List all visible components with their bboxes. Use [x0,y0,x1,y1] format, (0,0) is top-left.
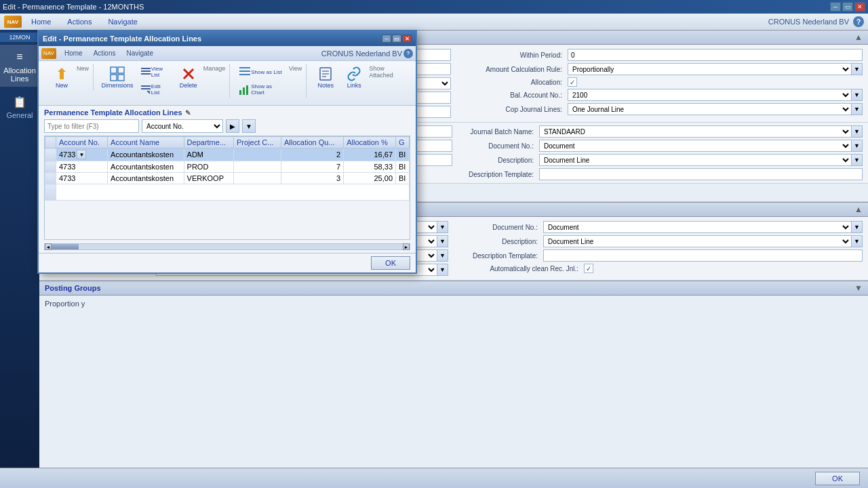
th-account-name[interactable]: Account Name [108,137,184,148]
doc-no-dropdown-btn[interactable]: ▼ [852,140,863,152]
show-as-chart-toolbar-btn[interactable]: Show as Chart [235,81,288,98]
outer-minimize-btn[interactable]: ─ [830,2,841,12]
journal-batch-dropdown-btn[interactable]: ▼ [852,125,863,138]
dialog-close-btn[interactable]: ✕ [402,35,412,43]
outer-close-btn[interactable]: ✕ [854,2,865,12]
table-row[interactable]: 4733 ▼ Accountantskosten ADM 2 16,67 BI [45,148,410,161]
th-account-no[interactable]: Account No. [56,137,108,148]
th-project-c[interactable]: Project C... [233,137,281,148]
delete-icon [180,66,197,82]
outer-nav: NAV Home Actions Navigate CRONUS Nederla… [0,14,868,31]
rec-desc-template-input[interactable] [543,249,863,262]
dimensions-toolbar-btn[interactable]: Dimensions [99,64,136,98]
bal-account-dropdown-btn[interactable]: ▼ [852,89,863,101]
links-toolbar-btn[interactable]: Links [340,64,368,91]
svg-rect-4 [111,75,117,81]
allocation-pct-cell-2: 25,00 [344,173,396,184]
outer-tab-navigate[interactable]: Navigate [101,16,144,28]
rec-desc-select[interactable]: Document Line [543,235,852,247]
outer-restore-btn[interactable]: ▭ [842,2,853,12]
scrollbar-left-btn[interactable]: ◄ [45,243,52,250]
rec-doc-no-dropdown-btn[interactable]: ▼ [852,221,863,233]
scrollbar-thumb[interactable] [52,244,79,249]
amount-calc-dropdown-btn[interactable]: ▼ [852,63,863,75]
dialog-title-controls: ─ ▭ ✕ [382,35,412,43]
dialog-tab-navigate[interactable]: Navigate [121,48,158,58]
rec-journal-batch-dropdown-btn[interactable]: ▼ [437,264,448,276]
dialog-minimize-btn[interactable]: ─ [382,35,391,43]
account-no-dropdown-btn[interactable]: ▼ [77,150,86,159]
dialog-nav-right: CRONUS Nederland BV ? [321,49,413,58]
cop-journal-dropdown-btn[interactable]: ▼ [852,103,863,115]
outer-tab-home[interactable]: Home [24,16,58,28]
auto-clean-checkbox[interactable] [584,264,593,273]
rec-desc-row: Description: Document Line ▼ [459,235,863,247]
rec-doc-no-select[interactable]: Document [543,221,852,233]
th-g[interactable]: G [396,137,410,148]
th-allocation-pct[interactable]: Allocation % [344,137,396,148]
account-no-cell[interactable]: 4733 ▼ [56,148,108,161]
notes-toolbar-btn[interactable]: Notes [312,64,339,91]
allocation-lines-icon: ≡ [12,49,28,65]
title-edit-icon[interactable]: ✎ [185,109,191,117]
proportion-y-label: Proportion y [45,300,85,308]
posting-groups-header[interactable]: Posting Groups ▼ [39,281,868,296]
dialog-content-title-row: Permanence Template Allocation Lines ✎ [44,108,410,117]
th-allocation-qty[interactable]: Allocation Qu... [281,137,343,148]
sidebar-item-allocation-lines[interactable]: ≡ AllocationLines [0,45,39,87]
delete-btn-label: Delete [180,82,197,89]
rec-doc-no-label: Document No.: [459,224,540,231]
outer-nav-logo: NAV [4,16,22,28]
edit-list-toolbar-btn[interactable]: Edit List [137,81,174,98]
scrollbar-track[interactable] [52,244,403,249]
dialog-restore-btn[interactable]: ▭ [392,35,401,43]
outer-help-icon[interactable]: ? [853,16,864,27]
sidebar-item-general[interactable]: 📋 General [0,89,39,123]
new-group-label: New [77,65,89,72]
filter-clear-btn[interactable]: ▼ [242,119,256,133]
desc-dropdown-btn[interactable]: ▼ [852,154,863,166]
template-name-rec-dropdown-btn[interactable]: ▼ [437,249,448,262]
ref-date-dropdown-btn[interactable]: ▼ [437,235,448,247]
amount-calc-select[interactable]: Proportionally [568,63,852,75]
dialog-logo-btn[interactable]: NAV [41,48,56,59]
filter-dropdown[interactable]: Account No. [142,119,223,133]
dialog-company-name: CRONUS Nederland BV [321,49,402,58]
allocation-pct-cell-1: 58,33 [344,161,396,173]
table-header-row: Account No. Account Name Departme... Pro… [45,137,410,148]
show-as-list-toolbar-btn[interactable]: Show as List [235,64,288,80]
table-row[interactable]: 4733 Accountantskosten PROD 7 58,33 BI [45,161,410,173]
view-list-toolbar-btn[interactable]: View List [137,64,174,80]
toolbar-group-manage: Dimensions View List [95,64,230,98]
outer-tab-actions[interactable]: Actions [60,16,98,28]
within-period-input[interactable] [568,49,863,61]
dialog-ok-btn[interactable]: OK [371,256,410,270]
scrollbar-right-btn[interactable]: ► [403,243,410,250]
table-row[interactable]: 4733 Accountantskosten VERKOOP 3 25,00 B… [45,173,410,184]
table-horizontal-scrollbar[interactable]: ◄ ► [44,243,410,250]
cop-journal-select[interactable]: One Journal Line [568,103,852,115]
post-recurring-dropdown-btn[interactable]: ▼ [437,221,448,233]
new-toolbar-btn[interactable]: New [48,64,75,91]
desc-template-input[interactable] [539,168,863,180]
outer-title-text: Edit - Permanence Template - 12MONTHS [3,3,830,11]
rec-desc-dropdown-btn[interactable]: ▼ [852,235,863,247]
allocation-checkbox[interactable] [568,77,577,87]
edit-list-icon [140,84,151,95]
svg-rect-6 [141,68,151,69]
dialog-toolbar: New New [39,61,416,105]
dialog-overlay: Edit - Permanence Template Allocation Li… [37,30,417,274]
dialog-help-icon[interactable]: ? [403,49,413,58]
dialog-tab-actions[interactable]: Actions [88,48,121,58]
bottom-ok-btn[interactable]: OK [815,472,860,485]
delete-toolbar-btn[interactable]: Delete [175,64,202,98]
journal-batch-select[interactable]: STANDAARD [539,125,852,138]
desc-select[interactable]: Document Line [539,154,852,166]
bal-account-select[interactable]: 2100 [568,89,852,101]
doc-no-select[interactable]: Document [539,140,852,152]
dialog-tab-home[interactable]: Home [59,48,88,58]
filter-search-btn[interactable]: ▶ [226,119,239,133]
svg-rect-11 [239,67,250,68]
th-department[interactable]: Departme... [184,137,233,148]
filter-input[interactable] [44,119,139,133]
